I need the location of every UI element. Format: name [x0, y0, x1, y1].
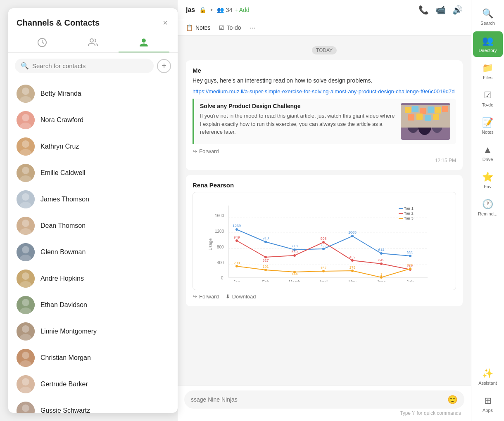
svg-text:569: 569 — [291, 250, 297, 254]
svg-point-111 — [264, 269, 267, 271]
topbar-left: jas 🔒 • 👥 34 + Add — [186, 6, 250, 14]
avatar-8 — [17, 270, 35, 288]
avatar-3 — [17, 137, 35, 156]
contact-item-9[interactable]: Ethan Davidson — [8, 292, 178, 318]
download-label: Download — [232, 293, 256, 300]
download-icon: ⬇ — [226, 293, 230, 300]
message-actions-2: ↪ Forward ⬇ Download — [193, 293, 456, 300]
svg-point-36 — [22, 378, 29, 386]
search-icon: 🔍 — [21, 62, 29, 70]
svg-text:July: July — [407, 280, 414, 281]
phone-icon[interactable]: 📞 — [418, 5, 429, 15]
sub-nav-todo[interactable]: ☑ To-do — [219, 20, 241, 35]
avatar-6 — [17, 217, 35, 235]
forward-button-1[interactable]: ↪ Forward — [193, 148, 219, 154]
search-input[interactable] — [32, 62, 148, 69]
contact-name-1: Betty Miranda — [40, 90, 81, 97]
contact-item-12[interactable]: Gertrude Barker — [8, 371, 178, 397]
contact-name-13: Gussie Schwartz — [40, 407, 90, 413]
avatar-10 — [17, 322, 35, 341]
assistant-icon: ✨ — [482, 368, 493, 379]
todo-icon: ☑ — [484, 90, 492, 101]
contact-item-1[interactable]: Betty Miranda — [8, 80, 178, 107]
add-contact-button[interactable]: + — [157, 59, 171, 73]
sidebar-label-apps: Apps — [483, 408, 493, 413]
svg-text:Tier 2: Tier 2 — [404, 211, 414, 215]
close-button[interactable]: × — [161, 17, 169, 29]
avatar-9 — [17, 296, 35, 314]
svg-text:Feb: Feb — [262, 280, 269, 281]
search-icon: 🔍 — [482, 8, 493, 19]
sidebar-item-fav[interactable]: ⭐Fav — [473, 168, 503, 193]
panel-header: Channels & Contacts × — [8, 8, 178, 33]
contact-item-5[interactable]: James Thomson — [8, 186, 178, 213]
tab-groups[interactable] — [67, 33, 118, 52]
svg-text:May: May — [349, 280, 357, 281]
search-box[interactable]: 🔍 — [15, 59, 154, 73]
avatar-11 — [17, 349, 35, 367]
message-input-area: 🙂 Type '/' for quick commands — [178, 385, 471, 421]
sidebar-item-drive[interactable]: ▲Drive — [473, 140, 503, 166]
channel-name: jas — [186, 6, 195, 14]
emoji-button[interactable]: 🙂 — [447, 395, 458, 404]
sidebar-item-files[interactable]: 📁Files — [473, 59, 503, 84]
sub-nav-notes[interactable]: 📋 Notes — [186, 20, 211, 35]
svg-point-85 — [322, 248, 325, 250]
svg-point-101 — [380, 263, 383, 265]
contact-item-11[interactable]: Christian Morgan — [8, 345, 178, 371]
sidebar-item-notes[interactable]: 📝Notes — [473, 113, 503, 139]
svg-text:Tier 1: Tier 1 — [404, 206, 414, 210]
svg-text:April: April — [319, 280, 328, 281]
contact-item-4[interactable]: Emilie Caldwell — [8, 160, 178, 186]
tab-history[interactable] — [17, 33, 67, 52]
message-sender-2: Rena Pearson — [193, 182, 456, 189]
svg-point-24 — [22, 272, 29, 280]
svg-rect-124 — [399, 208, 403, 209]
video-icon[interactable]: 📹 — [435, 5, 446, 15]
speaker-icon[interactable]: 🔊 — [452, 5, 463, 15]
svg-text:1065: 1065 — [348, 230, 357, 234]
preview-title: Solve any Product Design Challenge — [200, 103, 395, 109]
contact-name-8: Andre Hopkins — [40, 275, 84, 282]
svg-point-87 — [380, 252, 383, 255]
todo-label: To-do — [227, 24, 241, 31]
search-row: 🔍 + — [8, 53, 178, 79]
svg-text:144: 144 — [291, 272, 297, 276]
more-button[interactable]: ··· — [250, 24, 256, 32]
tab-contacts[interactable] — [119, 33, 169, 52]
contact-item-2[interactable]: Nora Crawford — [8, 107, 178, 133]
svg-rect-57 — [442, 106, 448, 112]
date-label: TODAY — [312, 46, 337, 54]
main-area: jas 🔒 • 👥 34 + Add 📞 📹 🔊 📋 Notes ☑ To-do… — [178, 0, 471, 421]
svg-point-114 — [351, 270, 354, 272]
left-panel: Channels & Contacts × — [8, 8, 178, 413]
add-member-link[interactable]: + Add — [234, 7, 249, 13]
apps-icon: ⊞ — [484, 395, 492, 406]
sidebar-item-directory[interactable]: 👥Directory — [473, 31, 503, 57]
chat-content: TODAY Me Hey guys, here's an interesting… — [178, 35, 471, 385]
contact-item-8[interactable]: Andre Hopkins — [8, 265, 178, 292]
forward-button-2[interactable]: ↪ Forward — [193, 293, 219, 300]
sidebar-item-apps[interactable]: ⊞Apps — [473, 391, 503, 417]
sidebar-label-directory: Directory — [478, 48, 497, 53]
message-block-2: Rena Pearson 0 400 800 1200 1600 — [186, 175, 463, 306]
contact-item-10[interactable]: Linnie Montgomery — [8, 318, 178, 345]
sidebar-item-search[interactable]: 🔍Search — [473, 4, 503, 30]
download-button[interactable]: ⬇ Download — [226, 293, 256, 300]
contact-item-3[interactable]: Kathryn Cruz — [8, 133, 178, 160]
chart-container: 0 400 800 1200 1600 Jan Feb — [193, 192, 456, 290]
contact-item-13[interactable]: Gussie Schwartz — [8, 397, 178, 413]
svg-text:157: 157 — [320, 266, 326, 270]
contact-item-7[interactable]: Glenn Bowman — [8, 239, 178, 265]
svg-text:191: 191 — [262, 265, 269, 269]
message-input[interactable] — [191, 396, 443, 403]
sidebar-item-remind[interactable]: 🕐Remind... — [473, 195, 503, 220]
chart-svg: 0 400 800 1200 1600 Jan Feb — [200, 199, 449, 281]
svg-text:1: 1 — [380, 272, 382, 277]
message-link-1[interactable]: https://medium.muz.li/a-super-simple-exe… — [193, 88, 456, 95]
contact-name-7: Glenn Bowman — [40, 248, 86, 256]
contact-item-6[interactable]: Dean Thomson — [8, 213, 178, 239]
svg-text:175: 175 — [349, 265, 355, 270]
sidebar-item-todo[interactable]: ☑To-do — [473, 86, 503, 111]
sidebar-item-assistant[interactable]: ✨Assistant — [473, 364, 503, 390]
